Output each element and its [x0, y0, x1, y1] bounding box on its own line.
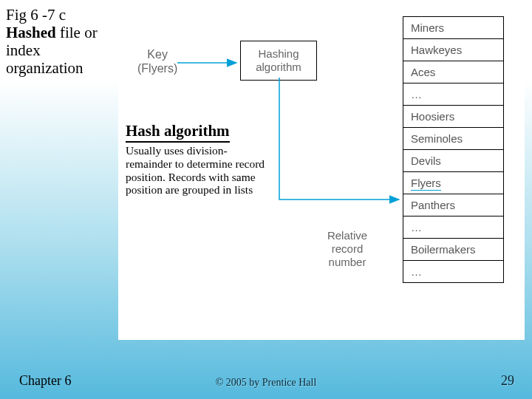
records-table: MinersHawkeyesAces…HoosiersSeminolesDevi…: [403, 16, 504, 283]
record-text: Miners: [411, 21, 444, 34]
record-text: Flyers: [411, 177, 441, 191]
hash-algorithm-body: Usually uses division-remainder to deter…: [126, 144, 270, 197]
relative-l2: record: [321, 242, 373, 256]
key-example: (Flyers): [137, 61, 177, 75]
key-label: Key: [137, 47, 177, 61]
record-text: Seminoles: [411, 132, 463, 145]
record-text: …: [411, 88, 422, 100]
record-row: Hawkeyes: [403, 39, 503, 61]
record-row: …: [403, 83, 503, 106]
record-row: Aces: [403, 61, 503, 83]
record-text: Boilermakers: [411, 243, 476, 256]
record-text: Devils: [411, 154, 441, 167]
figure-caption-line-3: index: [6, 41, 117, 59]
relative-l3: number: [321, 256, 373, 269]
record-row: Seminoles: [403, 128, 503, 150]
hashing-box: Hashing algorithm: [240, 41, 317, 81]
relative-record-label: Relative record number: [321, 229, 373, 269]
record-row: Flyers: [403, 172, 503, 194]
record-row: Miners: [403, 17, 503, 39]
record-row: Devils: [403, 150, 503, 172]
relative-l1: Relative: [321, 229, 373, 242]
record-text: …: [411, 221, 422, 233]
record-text: …: [411, 265, 422, 278]
figure-caption-line-4: organization: [6, 59, 117, 77]
figure-caption-line-2: Hashed file or: [6, 24, 117, 41]
record-text: Hoosiers: [411, 110, 454, 123]
record-text: Hawkeyes: [411, 44, 462, 56]
hashing-box-line-2: algorithm: [245, 61, 312, 74]
figure-title: Fig 6 -7 c Hashed file or index organiza…: [6, 6, 117, 78]
hashing-box-line-1: Hashing: [245, 47, 312, 61]
fig-rest: file or: [56, 24, 98, 41]
hash-algorithm-heading: Hash algorithm: [126, 122, 230, 143]
record-row: Panthers: [403, 194, 503, 216]
fig-bold: Hashed: [6, 24, 56, 41]
footer-page-number: 29: [501, 373, 514, 389]
figure-number: Fig 6 -7 c: [6, 6, 117, 24]
record-row: Hoosiers: [403, 106, 503, 128]
record-row: …: [403, 216, 503, 239]
record-text: Aces: [411, 66, 435, 78]
record-row: Boilermakers: [403, 239, 503, 261]
record-row: …: [403, 261, 503, 282]
footer-copyright: © 2005 by Prentice Hall: [0, 377, 532, 389]
record-text: Panthers: [411, 199, 455, 211]
key-block: Key (Flyers): [137, 47, 177, 75]
